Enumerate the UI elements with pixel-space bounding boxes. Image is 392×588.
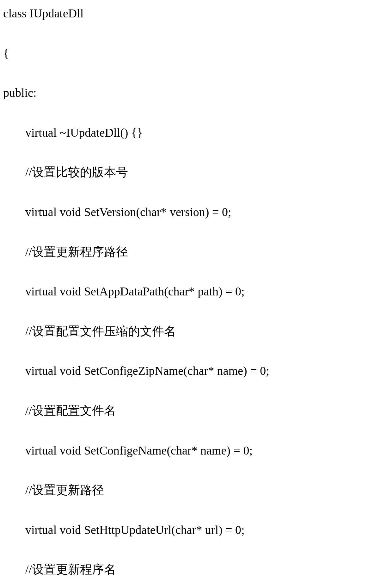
code-line: virtual void SetHttpUpdateUrl(char* url)… [3,523,389,537]
code-line: public: [3,86,389,100]
code-line: { [3,46,389,61]
code-line: //设置配置文件压缩的文件名 [3,324,389,339]
code-line: virtual void SetAppDataPath(char* path) … [3,284,389,299]
code-line: virtual void SetConfigeZipName(char* nam… [3,364,389,378]
code-line: //设置更新路径 [3,483,389,498]
code-line: class IUpdateDll [3,6,389,21]
code-block: class IUpdateDll { public: virtual ~IUpd… [3,6,389,577]
code-line: //设置比较的版本号 [3,165,389,180]
code-line: virtual void SetConfigeName(char* name) … [3,443,389,458]
code-line: virtual void SetVersion(char* version) =… [3,205,389,220]
code-line: virtual ~IUpdateDll() {} [3,126,389,140]
code-line: //设置更新程序名 [3,562,389,577]
code-line: //设置更新程序路径 [3,245,389,259]
code-line: //设置配置文件名 [3,404,389,418]
